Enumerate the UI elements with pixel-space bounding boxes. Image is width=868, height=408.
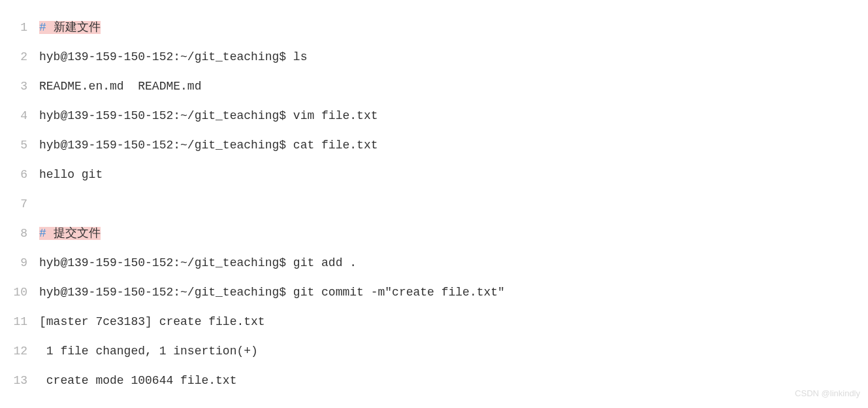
line-number: 2	[0, 42, 39, 72]
code-line: 13 create mode 100644 file.txt	[0, 366, 868, 396]
code-line: 3README.en.md README.md	[0, 72, 868, 101]
code-block: 1# 新建文件2hyb@139-159-150-152:~/git_teachi…	[0, 13, 868, 396]
code-line: 2hyb@139-159-150-152:~/git_teaching$ ls	[0, 42, 868, 72]
line-number: 10	[0, 278, 39, 307]
comment-span: #	[39, 21, 46, 34]
text-span: [master 7ce3183] create file.txt	[39, 315, 265, 328]
text-span: hyb@139-159-150-152:~/git_teaching$ ls	[39, 50, 307, 63]
line-content: hyb@139-159-150-152:~/git_teaching$ git …	[39, 248, 868, 278]
code-line: 7	[0, 190, 868, 219]
text-span: hyb@139-159-150-152:~/git_teaching$ cat …	[39, 139, 378, 152]
text-span: hello git	[39, 168, 103, 181]
line-content	[39, 190, 868, 219]
comment-span: 提交文件	[46, 227, 101, 240]
comment-span: #	[39, 227, 46, 240]
code-line: 11[master 7ce3183] create file.txt	[0, 307, 868, 337]
line-number: 3	[0, 72, 39, 101]
code-line: 4hyb@139-159-150-152:~/git_teaching$ vim…	[0, 101, 868, 131]
code-line: 1# 新建文件	[0, 13, 868, 42]
code-line: 9hyb@139-159-150-152:~/git_teaching$ git…	[0, 248, 868, 278]
text-span: hyb@139-159-150-152:~/git_teaching$ git …	[39, 286, 505, 299]
comment-span: 新建文件	[46, 21, 101, 34]
code-line: 6hello git	[0, 160, 868, 190]
line-number: 6	[0, 160, 39, 190]
text-span: README.en.md README.md	[39, 80, 201, 93]
line-content: hello git	[39, 160, 868, 190]
code-line: 5hyb@139-159-150-152:~/git_teaching$ cat…	[0, 131, 868, 160]
line-number: 7	[0, 190, 39, 219]
line-content: # 提交文件	[39, 219, 868, 248]
line-content: README.en.md README.md	[39, 72, 868, 101]
line-number: 5	[0, 131, 39, 160]
line-number: 12	[0, 337, 39, 366]
line-content: hyb@139-159-150-152:~/git_teaching$ vim …	[39, 101, 868, 131]
line-content: # 新建文件	[39, 13, 868, 42]
line-number: 1	[0, 13, 39, 42]
code-line: 8# 提交文件	[0, 219, 868, 248]
line-number: 8	[0, 219, 39, 248]
watermark: CSDN @linkindly	[795, 383, 860, 405]
line-content: hyb@139-159-150-152:~/git_teaching$ git …	[39, 278, 868, 307]
line-number: 4	[0, 101, 39, 131]
text-span: hyb@139-159-150-152:~/git_teaching$ vim …	[39, 109, 378, 122]
line-number: 13	[0, 366, 39, 396]
text-span: create mode 100644 file.txt	[39, 374, 236, 387]
text-span: hyb@139-159-150-152:~/git_teaching$ git …	[39, 256, 357, 269]
code-line: 12 1 file changed, 1 insertion(+)	[0, 337, 868, 366]
text-span: 1 file changed, 1 insertion(+)	[39, 345, 258, 358]
line-content: [master 7ce3183] create file.txt	[39, 307, 868, 337]
line-content: hyb@139-159-150-152:~/git_teaching$ ls	[39, 42, 868, 72]
line-number: 11	[0, 307, 39, 337]
line-content: hyb@139-159-150-152:~/git_teaching$ cat …	[39, 131, 868, 160]
line-content: create mode 100644 file.txt	[39, 366, 868, 396]
line-content: 1 file changed, 1 insertion(+)	[39, 337, 868, 366]
line-number: 9	[0, 248, 39, 278]
code-line: 10hyb@139-159-150-152:~/git_teaching$ gi…	[0, 278, 868, 307]
